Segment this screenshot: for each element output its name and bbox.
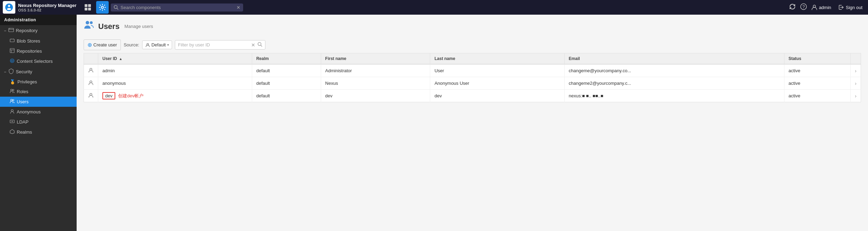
sidebar-item-privileges[interactable]: 🏅 Privileges [0, 77, 77, 87]
svg-rect-4 [88, 4, 91, 7]
col-icon [84, 53, 98, 65]
svg-rect-16 [10, 49, 14, 53]
sidebar-item-roles[interactable]: Roles [0, 87, 77, 97]
layout: Administration – Repository Blob Stores [0, 15, 868, 231]
row-chevron[interactable]: › [851, 64, 861, 77]
create-user-label: Create user [93, 42, 117, 47]
app-name: Nexus Repository Manager [18, 3, 77, 8]
sidebar-item-users[interactable]: Users [0, 97, 77, 107]
svg-rect-5 [85, 8, 87, 10]
row-email: changeme@yourcompany.co... [564, 64, 784, 77]
filter-clear-icon[interactable]: ✕ [251, 42, 255, 48]
main-content: Users Manage users ⊕ Create user Source:… [77, 15, 868, 231]
logo-icon [3, 1, 15, 14]
search-box[interactable]: ✕ [111, 3, 243, 12]
table-header-row: User ID ▲ Realm First name Last name Ema… [84, 53, 861, 65]
svg-point-7 [101, 6, 103, 8]
row-chevron[interactable]: › [851, 77, 861, 90]
sidebar-group-repository[interactable]: – Repository [0, 25, 77, 36]
row-lastname: User [430, 64, 564, 77]
svg-point-14 [9, 29, 10, 29]
source-value: Default [152, 42, 166, 47]
col-userid[interactable]: User ID ▲ [98, 53, 252, 65]
row-email: nexus:■ ■.. ■■..■ [564, 90, 784, 102]
row-icon [84, 77, 98, 90]
svg-point-17 [10, 59, 14, 63]
realms-icon [10, 129, 15, 135]
row-email: changeme2@yourcompany.c... [564, 77, 784, 90]
svg-point-22 [13, 99, 14, 101]
col-firstname: First name [321, 53, 430, 65]
search-input[interactable] [121, 5, 234, 10]
users-label: Users [17, 99, 29, 104]
sidebar-item-ldap[interactable]: LDAP [0, 117, 77, 127]
table-row[interactable]: dev创建dev帐户defaultdevdevnexus:■ ■.. ■■..■… [84, 90, 861, 102]
search-clear-icon[interactable]: ✕ [237, 5, 240, 10]
security-group-icon [8, 68, 14, 75]
row-status: active [784, 64, 851, 77]
anonymous-icon [10, 109, 15, 115]
sidebar-section-header: Administration [0, 15, 77, 25]
filter-search-icon[interactable] [257, 42, 262, 48]
help-icon[interactable]: ? [800, 3, 807, 12]
svg-point-31 [90, 81, 92, 83]
repositories-label: Repositories [17, 49, 42, 54]
sidebar-item-anonymous[interactable]: Anonymous [0, 107, 77, 117]
user-icon [811, 4, 817, 10]
col-status: Status [784, 53, 851, 65]
logo-text: Nexus Repository Manager OSS 3.6.0-02 [18, 3, 77, 12]
anonymous-label: Anonymous [17, 109, 41, 114]
row-realm: default [252, 77, 321, 90]
ldap-icon [10, 119, 15, 125]
source-select[interactable]: Default ▾ [142, 40, 172, 49]
app-logo: Nexus Repository Manager OSS 3.6.0-02 [3, 1, 79, 14]
sort-asc-icon: ▲ [119, 57, 122, 61]
sidebar-item-repositories[interactable]: Repositories [0, 46, 77, 56]
table-row[interactable]: anonymousdefaultNexusAnonymous Userchang… [84, 77, 861, 90]
sidebar-group-security[interactable]: – Security [0, 66, 77, 77]
blob-stores-icon [10, 38, 15, 44]
svg-rect-3 [85, 4, 87, 7]
svg-line-9 [117, 8, 118, 10]
filter-box[interactable]: ✕ [175, 40, 265, 50]
sidebar-item-blob-stores[interactable]: Blob Stores [0, 36, 77, 46]
svg-rect-15 [10, 39, 14, 42]
sidebar-item-realms[interactable]: Realms [0, 127, 77, 137]
settings-nav-button[interactable] [96, 1, 109, 14]
svg-text:?: ? [802, 4, 805, 9]
ldap-label: LDAP [17, 119, 29, 125]
user-menu[interactable]: admin [811, 4, 831, 10]
refresh-icon[interactable] [789, 3, 796, 12]
realms-label: Realms [17, 129, 32, 135]
repository-group-label: Repository [16, 28, 38, 33]
row-userid: admin [98, 64, 252, 77]
signout-button[interactable]: Sign out [835, 3, 865, 12]
row-realm: default [252, 90, 321, 102]
source-dropdown-icon: ▾ [167, 43, 169, 47]
create-user-button[interactable]: ⊕ Create user [84, 39, 121, 50]
filter-input[interactable] [178, 42, 249, 47]
row-firstname: dev [321, 90, 430, 102]
row-firstname: Administrator [321, 64, 430, 77]
browse-nav-button[interactable] [82, 1, 94, 14]
sidebar-item-content-selectors[interactable]: Content Selectors [0, 56, 77, 66]
topbar: Nexus Repository Manager OSS 3.6.0-02 ✕ [0, 0, 868, 15]
source-label: Source: [124, 42, 139, 47]
svg-point-32 [90, 94, 92, 96]
row-lastname: dev [430, 90, 564, 102]
svg-line-29 [261, 45, 262, 47]
row-status: active [784, 77, 851, 90]
privileges-icon: 🏅 [10, 79, 15, 84]
app-version: OSS 3.6.0-02 [18, 8, 77, 12]
row-userid: anonymous [98, 77, 252, 90]
table-row[interactable]: admindefaultAdministratorUserchangeme@yo… [84, 64, 861, 77]
page-header: Users Manage users [77, 15, 868, 37]
row-chevron[interactable]: › [851, 90, 861, 102]
table-container: User ID ▲ Realm First name Last name Ema… [77, 53, 868, 102]
svg-point-30 [90, 68, 92, 70]
signout-icon [838, 4, 844, 10]
svg-point-23 [11, 110, 13, 112]
svg-rect-13 [9, 28, 14, 32]
blob-stores-label: Blob Stores [17, 38, 40, 44]
plus-icon: ⊕ [87, 42, 92, 48]
